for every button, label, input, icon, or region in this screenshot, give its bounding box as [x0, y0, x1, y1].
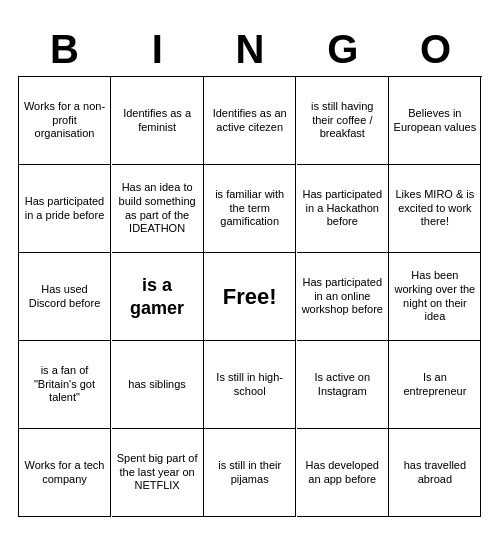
bingo-cell-r2c1[interactable]: is a gamer — [112, 253, 204, 341]
header-letter-o: O — [392, 27, 480, 72]
bingo-cell-r1c1[interactable]: Has an idea to build something as part o… — [112, 165, 204, 253]
bingo-cell-r3c3[interactable]: Is active on Instagram — [297, 341, 389, 429]
bingo-cell-r0c0[interactable]: Works for a non-profit organisation — [19, 77, 111, 165]
bingo-cell-r3c0[interactable]: is a fan of "Britain's got talent" — [19, 341, 111, 429]
bingo-cell-r2c2[interactable]: Free! — [204, 253, 296, 341]
bingo-cell-r2c0[interactable]: Has used Discord before — [19, 253, 111, 341]
bingo-cell-r1c0[interactable]: Has participated in a pride before — [19, 165, 111, 253]
bingo-cell-r2c4[interactable]: Has been working over the night on their… — [389, 253, 481, 341]
bingo-cell-r3c1[interactable]: has siblings — [112, 341, 204, 429]
bingo-cell-r4c1[interactable]: Spent big part of the last year on NETFL… — [112, 429, 204, 517]
bingo-card: BINGO Works for a non-profit organisatio… — [10, 19, 490, 525]
bingo-header: BINGO — [18, 27, 482, 72]
bingo-cell-r0c4[interactable]: Believes in European values — [389, 77, 481, 165]
header-letter-b: B — [20, 27, 108, 72]
bingo-cell-r2c3[interactable]: Has participated in an online workshop b… — [297, 253, 389, 341]
bingo-cell-r0c3[interactable]: is still having their coffee / breakfast — [297, 77, 389, 165]
bingo-cell-r1c4[interactable]: Likes MIRO & is excited to work there! — [389, 165, 481, 253]
bingo-cell-r4c2[interactable]: is still in their pijamas — [204, 429, 296, 517]
bingo-cell-r0c1[interactable]: Identifies as a feminist — [112, 77, 204, 165]
bingo-cell-r3c2[interactable]: Is still in high-school — [204, 341, 296, 429]
header-letter-g: G — [299, 27, 387, 72]
bingo-cell-r4c4[interactable]: has travelled abroad — [389, 429, 481, 517]
bingo-cell-r4c0[interactable]: Works for a tech company — [19, 429, 111, 517]
bingo-cell-r3c4[interactable]: Is an entrepreneur — [389, 341, 481, 429]
bingo-cell-r1c2[interactable]: is familiar with the term gamification — [204, 165, 296, 253]
bingo-cell-r1c3[interactable]: Has participated in a Hackathon before — [297, 165, 389, 253]
bingo-cell-r0c2[interactable]: Identifies as an active citezen — [204, 77, 296, 165]
header-letter-n: N — [206, 27, 294, 72]
bingo-grid: Works for a non-profit organisationIdent… — [18, 76, 482, 517]
bingo-cell-r4c3[interactable]: Has developed an app before — [297, 429, 389, 517]
header-letter-i: I — [113, 27, 201, 72]
